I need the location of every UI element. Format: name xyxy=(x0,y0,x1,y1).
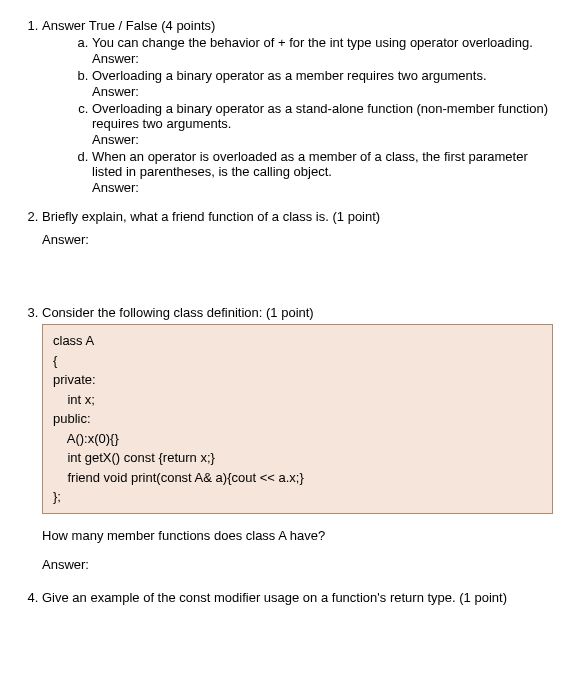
code-line-10: }; xyxy=(53,487,542,507)
question-3: Consider the following class definition:… xyxy=(42,305,553,572)
code-line-2: { xyxy=(53,351,542,371)
q1-item-a: You can change the behavior of + for the… xyxy=(92,35,553,66)
q4-prompt: Give an example of the const modifier us… xyxy=(42,590,507,605)
q3-answer-label: Answer: xyxy=(42,557,553,572)
code-line-1: class A xyxy=(53,331,542,351)
q1-sublist: You can change the behavior of + for the… xyxy=(42,35,553,195)
q3-followup: How many member functions does class A h… xyxy=(42,528,553,543)
q3-prompt: Consider the following class definition:… xyxy=(42,305,314,320)
code-line-3: private: xyxy=(53,370,542,390)
question-1: Answer True / False (4 points) You can c… xyxy=(42,18,553,195)
code-line-4: int x; xyxy=(53,390,542,410)
questions-list: Answer True / False (4 points) You can c… xyxy=(20,18,553,605)
q1-b-answer-label: Answer: xyxy=(92,84,553,99)
q1-prompt: Answer True / False (4 points) xyxy=(42,18,553,33)
question-2: Briefly explain, what a friend function … xyxy=(42,209,553,291)
code-line-7: int getX() const {return x;} xyxy=(53,448,542,468)
question-4: Give an example of the const modifier us… xyxy=(42,590,553,605)
q1-d-answer-label: Answer: xyxy=(92,180,553,195)
q1-b-text: Overloading a binary operator as a membe… xyxy=(92,68,487,83)
code-line-5: public: xyxy=(53,409,542,429)
q1-a-answer-label: Answer: xyxy=(92,51,553,66)
code-box: class A { private: int x; public: A():x(… xyxy=(42,324,553,514)
q1-item-c: Overloading a binary operator as a stand… xyxy=(92,101,553,147)
q1-c-text: Overloading a binary operator as a stand… xyxy=(92,101,548,131)
q1-a-text: You can change the behavior of + for the… xyxy=(92,35,533,50)
q2-prompt: Briefly explain, what a friend function … xyxy=(42,209,380,224)
q1-item-b: Overloading a binary operator as a membe… xyxy=(92,68,553,99)
code-line-6: A():x(0){} xyxy=(53,429,542,449)
q1-item-d: When an operator is overloaded as a memb… xyxy=(92,149,553,195)
q1-c-answer-label: Answer: xyxy=(92,132,553,147)
q2-answer-space xyxy=(42,247,553,291)
q1-d-text: When an operator is overloaded as a memb… xyxy=(92,149,528,179)
q2-answer-label: Answer: xyxy=(42,232,553,247)
code-line-8: friend void print(const A& a){cout << a.… xyxy=(53,468,542,488)
